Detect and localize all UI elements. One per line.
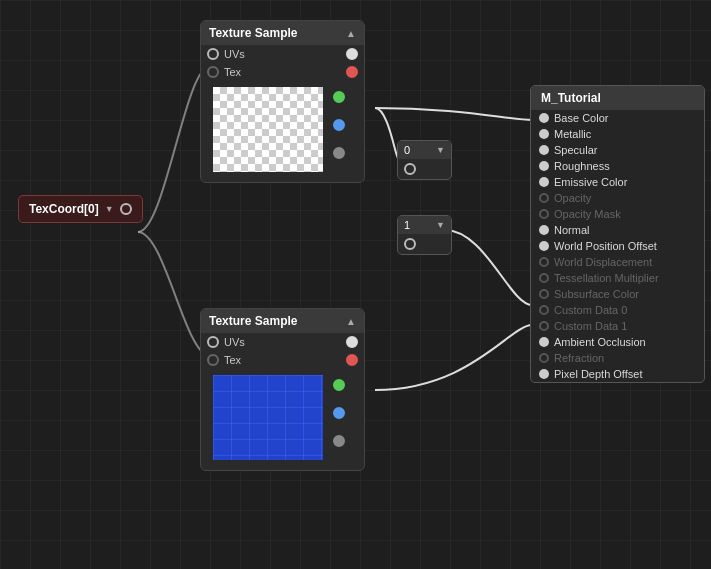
num-node-0: 0 ▼ <box>397 140 452 180</box>
tutorial-pin-row-1[interactable]: Metallic <box>531 126 704 142</box>
tutorial-pin-dot-7 <box>539 225 549 235</box>
tutorial-pin-row-11[interactable]: Subsurface Color <box>531 286 704 302</box>
tutorial-pin-row-8[interactable]: World Position Offset <box>531 238 704 254</box>
expand-top-icon[interactable]: ▲ <box>346 28 356 39</box>
tutorial-pin-row-3[interactable]: Roughness <box>531 158 704 174</box>
tutorial-pin-label-10: Tessellation Multiplier <box>554 272 659 284</box>
texture-sample-bottom-header[interactable]: Texture Sample ▲ <box>201 309 364 333</box>
tutorial-pin-label-14: Ambient Occlusion <box>554 336 646 348</box>
texcoord-node[interactable]: TexCoord[0] ▼ <box>18 195 143 223</box>
r-out-pin-top[interactable] <box>346 66 358 78</box>
b-out-pin-top[interactable] <box>333 119 345 131</box>
tutorial-pin-dot-8 <box>539 241 549 251</box>
uvs-pin-row-top: UVs <box>201 45 364 63</box>
tutorial-pin-label-5: Opacity <box>554 192 591 204</box>
rgba-out-pin-bottom[interactable] <box>346 336 358 348</box>
num-1-label: 1 <box>404 219 410 231</box>
tutorial-pin-label-1: Metallic <box>554 128 591 140</box>
texture-preview-top <box>213 87 323 172</box>
a-out-pin-top[interactable] <box>333 147 345 159</box>
tutorial-pin-row-16[interactable]: Pixel Depth Offset <box>531 366 704 382</box>
tex-input-pin-bottom[interactable] <box>207 354 219 366</box>
num-node-1: 1 ▼ <box>397 215 452 255</box>
tutorial-pin-dot-12 <box>539 305 549 315</box>
tutorial-pin-row-9[interactable]: World Displacement <box>531 254 704 270</box>
tutorial-pin-row-4[interactable]: Emissive Color <box>531 174 704 190</box>
uvs-input-pin-bottom[interactable] <box>207 336 219 348</box>
tutorial-pin-label-16: Pixel Depth Offset <box>554 368 642 380</box>
texcoord-label: TexCoord[0] <box>29 202 99 216</box>
rgba-out-pin-top[interactable] <box>346 48 358 60</box>
tutorial-pin-row-6[interactable]: Opacity Mask <box>531 206 704 222</box>
texture-sample-top-title: Texture Sample <box>209 26 297 40</box>
tutorial-pin-row-2[interactable]: Specular <box>531 142 704 158</box>
texture-sample-bottom-node: Texture Sample ▲ UVs Tex <box>200 308 365 471</box>
tutorial-pin-label-6: Opacity Mask <box>554 208 621 220</box>
tutorial-pin-row-7[interactable]: Normal <box>531 222 704 238</box>
tutorial-pin-dot-16 <box>539 369 549 379</box>
uvs-input-pin-top[interactable] <box>207 48 219 60</box>
num-0-output-pin[interactable] <box>404 163 416 175</box>
tutorial-pin-label-15: Refraction <box>554 352 604 364</box>
texcoord-output-pin[interactable] <box>120 203 132 215</box>
tutorial-pin-label-12: Custom Data 0 <box>554 304 627 316</box>
tutorial-pin-dot-14 <box>539 337 549 347</box>
tutorial-pin-dot-0 <box>539 113 549 123</box>
tutorial-pin-row-14[interactable]: Ambient Occlusion <box>531 334 704 350</box>
m-tutorial-pin-list: Base ColorMetallicSpecularRoughnessEmiss… <box>531 110 704 382</box>
tutorial-pin-label-11: Subsurface Color <box>554 288 639 300</box>
num-0-dropdown[interactable]: ▼ <box>436 145 445 155</box>
num-node-0-header: 0 ▼ <box>398 141 451 159</box>
tutorial-pin-label-13: Custom Data 1 <box>554 320 627 332</box>
tutorial-pin-dot-5 <box>539 193 549 203</box>
tutorial-pin-dot-11 <box>539 289 549 299</box>
m-tutorial-panel: M_Tutorial Base ColorMetallicSpecularRou… <box>530 85 705 383</box>
tutorial-pin-dot-1 <box>539 129 549 139</box>
tutorial-pin-dot-3 <box>539 161 549 171</box>
tutorial-pin-row-13[interactable]: Custom Data 1 <box>531 318 704 334</box>
num-node-1-header: 1 ▼ <box>398 216 451 234</box>
texture-sample-bottom-title: Texture Sample <box>209 314 297 328</box>
expand-bottom-icon[interactable]: ▲ <box>346 316 356 327</box>
tutorial-pin-label-2: Specular <box>554 144 597 156</box>
tutorial-pin-label-8: World Position Offset <box>554 240 657 252</box>
tex-input-pin-top[interactable] <box>207 66 219 78</box>
tutorial-pin-row-5[interactable]: Opacity <box>531 190 704 206</box>
tutorial-pin-label-0: Base Color <box>554 112 608 124</box>
tutorial-pin-label-9: World Displacement <box>554 256 652 268</box>
g-out-pin-bottom[interactable] <box>333 379 345 391</box>
tutorial-pin-dot-6 <box>539 209 549 219</box>
g-out-pin-top[interactable] <box>333 91 345 103</box>
tutorial-pin-label-7: Normal <box>554 224 589 236</box>
b-out-pin-bottom[interactable] <box>333 407 345 419</box>
tutorial-pin-row-12[interactable]: Custom Data 0 <box>531 302 704 318</box>
num-node-0-body <box>398 159 451 179</box>
a-out-pin-bottom[interactable] <box>333 435 345 447</box>
uvs-pin-row-bottom: UVs <box>201 333 364 351</box>
tutorial-pin-row-10[interactable]: Tessellation Multiplier <box>531 270 704 286</box>
texture-preview-bottom <box>213 375 323 460</box>
texture-sample-top-header[interactable]: Texture Sample ▲ <box>201 21 364 45</box>
r-out-pin-bottom[interactable] <box>346 354 358 366</box>
num-node-1-body <box>398 234 451 254</box>
num-1-dropdown[interactable]: ▼ <box>436 220 445 230</box>
tutorial-pin-dot-2 <box>539 145 549 155</box>
tutorial-pin-dot-10 <box>539 273 549 283</box>
tutorial-pin-dot-13 <box>539 321 549 331</box>
texture-sample-top-node: Texture Sample ▲ UVs Tex <box>200 20 365 183</box>
tex-pin-row-bottom: Tex <box>201 351 364 369</box>
tutorial-pin-row-0[interactable]: Base Color <box>531 110 704 126</box>
tutorial-pin-row-15[interactable]: Refraction <box>531 350 704 366</box>
m-tutorial-title: M_Tutorial <box>541 91 601 105</box>
texcoord-dropdown-icon[interactable]: ▼ <box>105 204 114 214</box>
tutorial-pin-dot-15 <box>539 353 549 363</box>
tutorial-pin-label-3: Roughness <box>554 160 610 172</box>
tutorial-pin-label-4: Emissive Color <box>554 176 627 188</box>
tutorial-pin-dot-4 <box>539 177 549 187</box>
tex-pin-row-top: Tex <box>201 63 364 81</box>
m-tutorial-header: M_Tutorial <box>531 86 704 110</box>
num-0-label: 0 <box>404 144 410 156</box>
num-1-output-pin[interactable] <box>404 238 416 250</box>
tutorial-pin-dot-9 <box>539 257 549 267</box>
